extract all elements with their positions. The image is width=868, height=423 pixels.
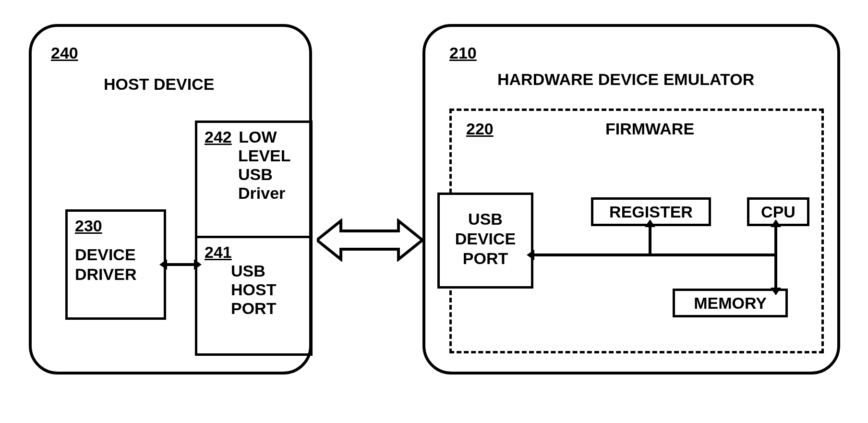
host-ref-number: 240: [51, 44, 78, 62]
usb-device-port-block: USB DEVICE PORT: [437, 193, 533, 289]
device-driver-line1: DEVICE: [75, 245, 157, 265]
svg-marker-0: [317, 221, 422, 259]
low-level-l4: Driver: [238, 184, 285, 203]
host-device-container: 240 HOST DEVICE 230 DEVICE DRIVER 242 LO…: [29, 24, 312, 375]
firmware-container: 220 FIRMWARE USB DEVICE PORT REGISTER CP…: [449, 109, 824, 353]
bus-line: [533, 254, 776, 256]
usb-host-port-l1: USB: [231, 262, 265, 280]
low-level-l2: LEVEL: [238, 146, 291, 165]
emulator-ref-number: 210: [449, 44, 477, 62]
low-level-l3: USB: [238, 165, 273, 184]
emulator-container: 210 HARDWARE DEVICE EMULATOR 220 FIRMWAR…: [422, 24, 840, 375]
emulator-title: HARDWARE DEVICE EMULATOR: [497, 70, 754, 89]
firmware-ref: 220: [466, 120, 494, 138]
register-arrow: [649, 226, 651, 255]
usb-device-port-l2: DEVICE: [455, 230, 516, 248]
low-level-ref: 242: [205, 128, 232, 146]
device-driver-line2: DRIVER: [75, 265, 157, 284]
cpu-memory-arrow: [774, 226, 777, 289]
low-level-l1: LOW: [239, 128, 277, 146]
device-driver-block: 230 DEVICE DRIVER: [65, 209, 166, 320]
host-title: HOST DEVICE: [104, 75, 214, 94]
usb-device-port-l1: USB: [468, 210, 503, 228]
usb-device-port-l3: PORT: [463, 249, 508, 267]
bidirectional-arrow-icon: [317, 218, 422, 262]
usb-host-port-l2: HOST: [231, 280, 276, 299]
usb-host-port-block: 241 USB HOST PORT: [195, 236, 313, 356]
usb-host-port-ref: 241: [205, 243, 232, 261]
arrow-driver-to-port: [166, 263, 195, 266]
device-driver-ref: 230: [75, 217, 157, 235]
firmware-title: FIRMWARE: [605, 120, 694, 138]
low-level-usb-driver-block: 242 LOW LEVEL USB Driver: [195, 121, 313, 238]
usb-host-port-l3: PORT: [231, 299, 276, 318]
diagram-root: 240 HOST DEVICE 230 DEVICE DRIVER 242 LO…: [0, 0, 868, 423]
